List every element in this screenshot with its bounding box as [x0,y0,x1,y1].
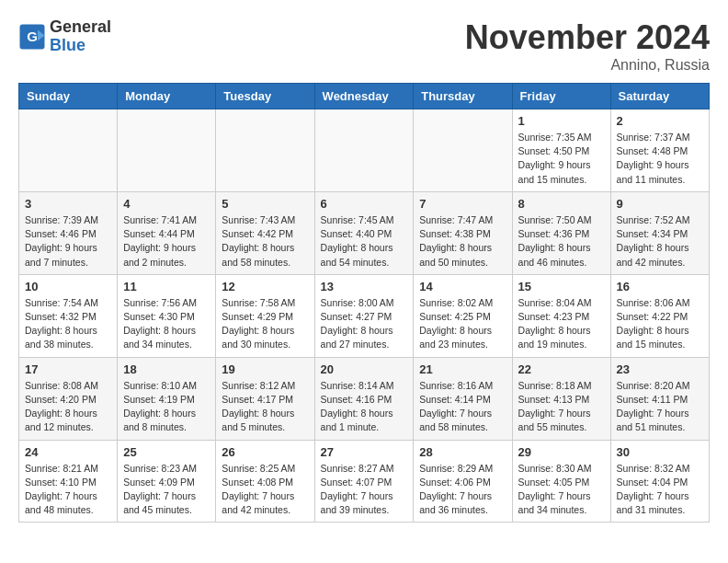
day-info: Sunrise: 8:27 AM Sunset: 4:07 PM Dayligh… [321,462,408,518]
calendar-header-row: SundayMondayTuesdayWednesdayThursdayFrid… [19,84,710,109]
logo-general: General [50,18,111,37]
day-number: 27 [321,445,408,459]
day-info: Sunrise: 8:21 AM Sunset: 4:10 PM Dayligh… [25,462,111,518]
location: Annino, Russia [465,57,710,74]
day-info: Sunrise: 8:04 AM Sunset: 4:23 PM Dayligh… [518,296,605,352]
day-number: 11 [123,280,210,293]
calendar-cell [118,109,216,192]
weekday-header: Saturday [610,84,709,109]
day-info: Sunrise: 7:37 AM Sunset: 4:48 PM Dayligh… [617,131,703,187]
day-info: Sunrise: 7:54 AM Sunset: 4:32 PM Dayligh… [25,296,111,352]
calendar-cell: 25Sunrise: 8:23 AM Sunset: 4:09 PM Dayli… [118,440,216,523]
day-info: Sunrise: 8:06 AM Sunset: 4:22 PM Dayligh… [617,296,703,352]
calendar-cell: 21Sunrise: 8:16 AM Sunset: 4:14 PM Dayli… [414,357,512,440]
calendar-cell: 13Sunrise: 8:00 AM Sunset: 4:27 PM Dayli… [314,274,414,357]
day-info: Sunrise: 7:52 AM Sunset: 4:34 PM Dayligh… [617,213,703,270]
calendar-cell: 9Sunrise: 7:52 AM Sunset: 4:34 PM Daylig… [610,191,709,274]
day-info: Sunrise: 7:50 AM Sunset: 4:36 PM Dayligh… [518,213,605,270]
weekday-header: Friday [512,84,610,109]
weekday-header: Sunday [19,84,118,109]
day-number: 26 [222,445,308,459]
day-info: Sunrise: 7:35 AM Sunset: 4:50 PM Dayligh… [518,131,605,187]
calendar-cell: 24Sunrise: 8:21 AM Sunset: 4:10 PM Dayli… [19,440,118,523]
day-number: 20 [321,362,408,376]
day-number: 8 [518,197,605,211]
calendar-cell: 2Sunrise: 7:37 AM Sunset: 4:48 PM Daylig… [610,109,709,192]
calendar-cell: 22Sunrise: 8:18 AM Sunset: 4:13 PM Dayli… [512,357,610,440]
day-number: 12 [222,280,308,293]
calendar-cell: 27Sunrise: 8:27 AM Sunset: 4:07 PM Dayli… [314,440,414,523]
day-info: Sunrise: 8:18 AM Sunset: 4:13 PM Dayligh… [518,379,605,435]
day-number: 19 [222,362,308,376]
day-info: Sunrise: 8:02 AM Sunset: 4:25 PM Dayligh… [419,296,506,352]
calendar-cell: 14Sunrise: 8:02 AM Sunset: 4:25 PM Dayli… [414,274,512,357]
calendar-table: SundayMondayTuesdayWednesdayThursdayFrid… [18,83,710,523]
calendar-cell: 28Sunrise: 8:29 AM Sunset: 4:06 PM Dayli… [414,440,512,523]
logo: G General Blue [18,18,111,55]
calendar-cell: 1Sunrise: 7:35 AM Sunset: 4:50 PM Daylig… [512,109,610,192]
day-number: 30 [617,445,703,459]
calendar-cell: 15Sunrise: 8:04 AM Sunset: 4:23 PM Dayli… [512,274,610,357]
page-header: G General Blue November 2024 Annino, Rus… [18,18,710,74]
day-info: Sunrise: 8:30 AM Sunset: 4:05 PM Dayligh… [518,462,605,518]
calendar-cell: 10Sunrise: 7:54 AM Sunset: 4:32 PM Dayli… [19,274,118,357]
day-number: 25 [123,445,210,459]
calendar-cell: 8Sunrise: 7:50 AM Sunset: 4:36 PM Daylig… [512,191,610,274]
day-info: Sunrise: 8:29 AM Sunset: 4:06 PM Dayligh… [419,462,506,518]
day-info: Sunrise: 7:39 AM Sunset: 4:46 PM Dayligh… [25,213,111,270]
day-info: Sunrise: 7:47 AM Sunset: 4:38 PM Dayligh… [419,213,506,270]
day-info: Sunrise: 7:56 AM Sunset: 4:30 PM Dayligh… [123,296,210,352]
day-number: 29 [518,445,605,459]
calendar-cell: 19Sunrise: 8:12 AM Sunset: 4:17 PM Dayli… [216,357,314,440]
day-info: Sunrise: 7:41 AM Sunset: 4:44 PM Dayligh… [123,213,210,270]
calendar-cell: 17Sunrise: 8:08 AM Sunset: 4:20 PM Dayli… [19,357,118,440]
day-number: 22 [518,362,605,376]
day-number: 1 [518,114,605,128]
day-number: 3 [25,197,111,211]
calendar-cell: 7Sunrise: 7:47 AM Sunset: 4:38 PM Daylig… [414,191,512,274]
calendar-cell [216,109,314,192]
calendar-cell: 3Sunrise: 7:39 AM Sunset: 4:46 PM Daylig… [19,191,118,274]
weekday-header: Wednesday [314,84,414,109]
day-info: Sunrise: 8:00 AM Sunset: 4:27 PM Dayligh… [321,296,408,352]
day-number: 18 [123,362,210,376]
day-number: 7 [419,197,506,211]
calendar-cell: 18Sunrise: 8:10 AM Sunset: 4:19 PM Dayli… [118,357,216,440]
day-number: 14 [419,280,506,293]
month-title: November 2024 [465,18,710,57]
day-number: 15 [518,280,605,293]
day-info: Sunrise: 8:12 AM Sunset: 4:17 PM Dayligh… [222,379,308,435]
calendar-cell: 5Sunrise: 7:43 AM Sunset: 4:42 PM Daylig… [216,191,314,274]
day-number: 24 [25,445,111,459]
calendar-cell [314,109,414,192]
day-number: 10 [25,280,111,293]
day-info: Sunrise: 7:43 AM Sunset: 4:42 PM Dayligh… [222,213,308,270]
calendar-week-row: 1Sunrise: 7:35 AM Sunset: 4:50 PM Daylig… [19,109,710,192]
calendar-cell: 29Sunrise: 8:30 AM Sunset: 4:05 PM Dayli… [512,440,610,523]
day-number: 2 [617,114,703,128]
day-info: Sunrise: 8:10 AM Sunset: 4:19 PM Dayligh… [123,379,210,435]
calendar-week-row: 10Sunrise: 7:54 AM Sunset: 4:32 PM Dayli… [19,274,710,357]
calendar-week-row: 3Sunrise: 7:39 AM Sunset: 4:46 PM Daylig… [19,191,710,274]
calendar-cell [414,109,512,192]
svg-text:G: G [27,28,38,43]
day-number: 6 [321,197,408,211]
calendar-cell: 16Sunrise: 8:06 AM Sunset: 4:22 PM Dayli… [610,274,709,357]
day-info: Sunrise: 7:58 AM Sunset: 4:29 PM Dayligh… [222,296,308,352]
calendar-cell: 23Sunrise: 8:20 AM Sunset: 4:11 PM Dayli… [610,357,709,440]
day-info: Sunrise: 8:32 AM Sunset: 4:04 PM Dayligh… [617,462,703,518]
weekday-header: Thursday [414,84,512,109]
day-number: 23 [617,362,703,376]
title-block: November 2024 Annino, Russia [465,18,710,74]
weekday-header: Monday [118,84,216,109]
day-number: 4 [123,197,210,211]
day-number: 13 [321,280,408,293]
logo-icon: G [18,23,46,51]
calendar-cell: 12Sunrise: 7:58 AM Sunset: 4:29 PM Dayli… [216,274,314,357]
day-number: 17 [25,362,111,376]
logo-blue: Blue [50,37,111,55]
day-number: 16 [617,280,703,293]
calendar-cell: 11Sunrise: 7:56 AM Sunset: 4:30 PM Dayli… [118,274,216,357]
day-number: 28 [419,445,506,459]
day-info: Sunrise: 8:23 AM Sunset: 4:09 PM Dayligh… [123,462,210,518]
